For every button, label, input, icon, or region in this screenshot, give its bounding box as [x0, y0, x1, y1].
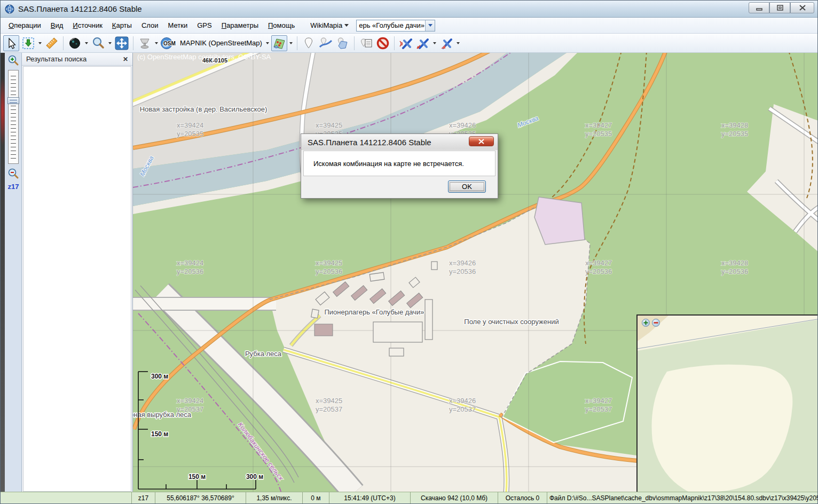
status-time: 15:41:49 (UTC+3) [329, 492, 411, 503]
toolbar-separator [63, 36, 64, 50]
svg-text:x=39426: x=39426 [449, 397, 476, 405]
chevron-down-icon[interactable] [85, 42, 88, 44]
globe-tool-button[interactable] [67, 35, 83, 51]
minimize-icon [756, 5, 762, 11]
add-polygon-button[interactable] [335, 35, 351, 51]
toolbar-separator [354, 36, 355, 50]
minimap-zoom-out-button[interactable] [652, 319, 660, 327]
dialog-close-button[interactable] [469, 136, 494, 146]
close-button[interactable] [790, 2, 814, 13]
chevron-down-icon [428, 24, 432, 27]
toolbar-separator [394, 36, 395, 50]
cursor-tool-button[interactable] [3, 35, 19, 51]
panel-title: Результаты поиска [26, 55, 86, 63]
panel-header: Результаты поиска ✕ [22, 53, 132, 66]
menu-layers[interactable]: Слои [137, 19, 163, 32]
chevron-down-icon[interactable] [289, 42, 293, 44]
svg-text:x=39428: x=39428 [721, 259, 748, 267]
chevron-down-icon[interactable] [108, 42, 112, 44]
svg-text:x=39426: x=39426 [449, 259, 476, 267]
svg-text:y=20536: y=20536 [449, 267, 476, 275]
wikimapia-label: WikiMapia [310, 21, 342, 29]
chevron-down-icon[interactable] [457, 42, 460, 44]
globe-dark-icon [68, 37, 81, 50]
chevron-down-icon[interactable] [155, 42, 158, 44]
status-bar: z17 55,606187° 36,570689° 1,35 м/пикс. 0… [1, 492, 818, 503]
menu-gps[interactable]: GPS [192, 19, 216, 32]
svg-text:y=20535: y=20535 [585, 130, 612, 138]
map-label-pioneer: Пионерлагерь «Голубые дачи» [324, 308, 424, 316]
menu-placemarks[interactable]: Метки [163, 19, 193, 32]
svg-text:x=39425: x=39425 [316, 121, 342, 129]
svg-text:x=39425: x=39425 [316, 397, 342, 405]
zoom-out-button[interactable] [7, 168, 20, 180]
ruler-icon [45, 36, 59, 50]
minimize-button[interactable] [749, 2, 769, 13]
status-zoom: z17 [132, 492, 155, 503]
fullscreen-button[interactable] [114, 35, 130, 51]
chevron-down-icon[interactable] [38, 42, 42, 44]
status-resolution: 1,35 м/пикс. [246, 492, 303, 503]
search-input[interactable]: ерь «Голубые дачи» [357, 21, 425, 29]
hide-placemarks-button[interactable] [375, 35, 391, 51]
search-tool-button[interactable] [90, 35, 106, 51]
gps-connect-button[interactable] [398, 35, 414, 51]
search-dropdown-button[interactable] [425, 20, 435, 31]
minimap-panel[interactable] [636, 314, 818, 493]
selection-download-icon [22, 37, 35, 50]
search-results-list[interactable] [23, 66, 131, 492]
toolbar-separator [133, 36, 133, 50]
chevron-down-icon[interactable] [433, 42, 436, 44]
zoom-slider[interactable] [8, 70, 19, 164]
menu-bar: Операции Вид Источник Карты Слои Метки G… [1, 18, 818, 34]
zoom-in-button[interactable] [7, 54, 20, 67]
minimap-zoom-in-button[interactable] [642, 319, 650, 327]
selection-download-button[interactable] [20, 35, 36, 51]
placemark-pin-icon [303, 37, 314, 50]
gps-position-button[interactable] [438, 35, 454, 51]
add-placemark-button[interactable] [301, 35, 317, 51]
search-icon [91, 36, 105, 50]
menu-maps[interactable]: Карты [107, 19, 137, 32]
cache-mode-button[interactable] [137, 35, 153, 51]
osm-map-selector[interactable]: OSM MAPNIK (OpenStreetMap) [160, 35, 264, 51]
dialog-title-bar[interactable]: SAS.Планета 141212.8406 Stable [301, 134, 498, 150]
status-coordinates: 55,606187° 36,570689° [155, 492, 246, 503]
close-icon [478, 139, 484, 144]
dialog-message-area: Искомая комбинация на карте не встречает… [303, 151, 495, 176]
map-pink-area [534, 197, 585, 245]
dialog-title: SAS.Планета 141212.8406 Stable [308, 138, 431, 147]
gps-track-button[interactable] [415, 35, 431, 51]
status-elevation: 0 м [303, 492, 329, 503]
ok-button[interactable]: OK [448, 180, 486, 193]
zoom-level-label: z17 [5, 183, 22, 191]
svg-text:y=20536: y=20536 [316, 267, 342, 275]
map-type-caption: MAPNIK (OpenStreetMap) [180, 39, 262, 47]
layers-selector-button[interactable] [271, 35, 287, 51]
svg-text:y=20537: y=20537 [449, 405, 476, 413]
menu-source[interactable]: Источник [68, 19, 107, 32]
minus-icon [654, 320, 658, 325]
menu-settings[interactable]: Параметры [217, 19, 263, 32]
maximize-button[interactable] [769, 2, 790, 13]
menu-operations[interactable]: Операции [4, 19, 46, 32]
zoom-slider-ticks [11, 73, 16, 161]
svg-text:x=39427: x=39427 [585, 121, 612, 129]
placemark-list-icon [359, 37, 373, 50]
svg-text:x=39428: x=39428 [721, 121, 748, 129]
svg-text:x=39427: x=39427 [585, 259, 612, 267]
dialog-message: Искомая комбинация на карте не встречает… [313, 160, 464, 168]
wikimapia-menu[interactable]: WikiMapia [307, 19, 352, 32]
search-combobox[interactable]: ерь «Голубые дачи» [356, 20, 435, 32]
svg-text:y=20537: y=20537 [177, 405, 203, 413]
sas-planet-window: { "window": { "title": "SAS.Планета 1412… [0, 0, 818, 504]
add-path-button[interactable] [318, 35, 334, 51]
panel-close-icon[interactable]: ✕ [123, 56, 128, 62]
placemark-manager-button[interactable] [358, 35, 374, 51]
zoom-slider-thumb[interactable] [7, 97, 19, 104]
gps-signal-icon [398, 36, 413, 50]
ruler-tool-button[interactable] [44, 35, 60, 51]
chevron-down-icon[interactable] [266, 42, 269, 44]
menu-help[interactable]: Помощь [263, 19, 300, 32]
menu-view[interactable]: Вид [46, 19, 68, 32]
